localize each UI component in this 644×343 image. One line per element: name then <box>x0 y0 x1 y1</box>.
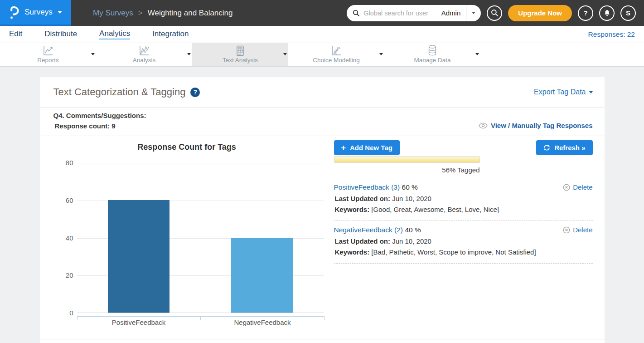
chevron-down-icon[interactable] <box>91 53 95 55</box>
product-label: Surveys <box>24 8 52 17</box>
tag-percent: 60 % <box>402 183 418 191</box>
tags-panel: + Add New Tag Refresh » 56% Tagged <box>329 136 593 331</box>
multi-line-chart-icon <box>138 45 150 56</box>
tag-updated: Last Updated on: Jun 10, 2020 <box>334 237 593 245</box>
tag-updated: Last Updated on: Jun 10, 2020 <box>334 195 593 202</box>
product-switcher[interactable]: Surveys <box>0 0 71 26</box>
tag-title: NegativeFeedback (2) 40 % <box>334 226 593 234</box>
tag-keywords-label: Keywords: <box>335 248 370 256</box>
tag-keywords: Keywords: [Good, Great, Awesome, Best, L… <box>334 206 593 213</box>
search-icon <box>491 9 499 17</box>
user-avatar[interactable]: S <box>620 5 636 21</box>
y-axis-tick-label: 0 <box>53 309 73 317</box>
refresh-label: Refresh » <box>554 144 585 152</box>
analytics-tab-bar: Reports Analysis Text Analysis <box>0 43 644 67</box>
chevron-down-icon[interactable] <box>379 53 383 55</box>
tag-updated-value: Jun 10, 2020 <box>392 237 431 245</box>
search-button[interactable] <box>487 5 502 21</box>
help-icon[interactable]: ? <box>190 88 200 97</box>
response-count: Response count: 9 <box>53 122 146 130</box>
tab-manage-data[interactable]: Manage Data <box>384 43 480 66</box>
tag-updated-value: Jun 10, 2020 <box>392 195 431 202</box>
tag-name-link[interactable]: PositiveFeedback (3) <box>334 183 400 191</box>
page-title-text: Text Categorization & Tagging <box>53 86 186 98</box>
topbar: Surveys My Surveys > Weighting and Balan… <box>0 0 644 26</box>
breadcrumb-separator: > <box>138 9 143 18</box>
view-manually-tag-link[interactable]: View / Manually Tag Responses <box>479 122 593 129</box>
tab-analysis[interactable]: Analysis <box>96 43 192 66</box>
tag-keywords-value: [Good, Great, Awesome, Best, Love, Nice] <box>371 206 499 213</box>
search-icon <box>353 10 360 17</box>
x-axis-label: PositiveFeedback <box>77 318 201 326</box>
tag-title: PositiveFeedback (3) 60 % <box>334 183 593 191</box>
y-axis-tick-label: 20 <box>53 271 73 279</box>
page-title: Text Categorization & Tagging ? <box>53 86 200 98</box>
view-manually-tag-label: View / Manually Tag Responses <box>491 122 593 129</box>
y-axis-tick-label: 60 <box>53 196 73 204</box>
survey-nav: Edit Distribute Analytics Integration Re… <box>0 26 644 43</box>
tab-text-analysis[interactable]: Text Analysis <box>192 43 288 66</box>
tags-panel-toolbar: + Add New Tag Refresh » <box>334 140 593 155</box>
help-button[interactable]: ? <box>578 5 593 21</box>
chart-plot-area <box>77 163 324 313</box>
delete-label: Delete <box>573 183 592 191</box>
delete-tag-button[interactable]: Delete <box>563 226 592 234</box>
tab-label: Choice Modelling <box>313 57 360 64</box>
question-title: Q4. Comments/Suggestions: <box>53 112 146 119</box>
breadcrumb-my-surveys[interactable]: My Surveys <box>93 9 133 18</box>
tab-reports[interactable]: Reports <box>0 43 96 66</box>
refresh-button[interactable]: Refresh » <box>536 140 592 155</box>
tag-keywords: Keywords: [Bad, Pathetic, Worst, Scope t… <box>334 248 593 256</box>
breadcrumb-current-survey: Weighting and Balancing <box>148 9 233 18</box>
export-tag-data-label: Export Tag Data <box>534 88 586 96</box>
chevron-down-icon[interactable] <box>283 53 287 55</box>
delete-label: Delete <box>573 226 592 234</box>
content-row: Response Count for Tags PositiveFeedback… <box>40 136 605 331</box>
chevron-down-icon[interactable] <box>187 53 191 55</box>
chart-title: Response Count for Tags <box>45 142 329 152</box>
tab-label: Analysis <box>133 57 155 64</box>
tagged-percent-label: 56% Tagged <box>334 166 480 174</box>
global-search-input[interactable] <box>363 10 436 17</box>
card-header: Text Categorization & Tagging ? Export T… <box>40 77 605 108</box>
bell-icon <box>603 9 611 17</box>
chevron-down-icon <box>58 11 62 14</box>
search-scope-selector[interactable]: Admin <box>436 9 466 17</box>
add-new-tag-label: Add New Tag <box>350 144 392 152</box>
nav-item-edit[interactable]: Edit <box>9 29 22 39</box>
gridline <box>77 163 324 163</box>
tag-name-link[interactable]: NegativeFeedback (2) <box>334 226 403 234</box>
tab-choice-modelling[interactable]: Choice Modelling <box>288 43 384 66</box>
notifications-button[interactable] <box>599 5 615 21</box>
add-new-tag-button[interactable]: + Add New Tag <box>334 140 400 155</box>
database-icon <box>427 45 438 56</box>
divider <box>40 339 605 339</box>
response-count-chart: Response Count for Tags PositiveFeedback… <box>45 136 329 331</box>
plus-icon: + <box>341 144 346 152</box>
x-axis-label: NegativeFeedback <box>201 318 324 326</box>
nav-item-integration[interactable]: Integration <box>152 29 189 39</box>
y-axis-tick-label: 80 <box>53 159 73 167</box>
delete-tag-button[interactable]: Delete <box>563 183 592 191</box>
export-tag-data-dropdown[interactable]: Export Tag Data <box>534 88 592 96</box>
divider <box>334 220 593 221</box>
tagged-progress-bar <box>334 156 480 163</box>
bar-NegativeFeedback[interactable] <box>231 238 293 313</box>
question-info: Q4. Comments/Suggestions: Response count… <box>53 112 146 130</box>
help-button-label: ? <box>583 9 587 17</box>
questionpro-logo <box>9 5 19 20</box>
scatter-chart-icon <box>330 45 342 56</box>
response-count-value: 9 <box>111 122 115 130</box>
chevron-down-icon[interactable] <box>475 53 479 55</box>
global-search[interactable]: Admin <box>347 5 481 21</box>
line-chart-icon <box>42 45 54 56</box>
upgrade-now-button[interactable]: Upgrade Now <box>508 5 572 21</box>
tab-label: Reports <box>37 57 58 64</box>
tag-row-positive-feedback: PositiveFeedback (3) 60 % Last Updated o… <box>334 180 593 217</box>
tag-keywords-value: [Bad, Pathetic, Worst, Scope to improve,… <box>371 248 536 256</box>
search-scope-dropdown[interactable] <box>466 5 481 21</box>
nav-item-distribute[interactable]: Distribute <box>44 29 77 39</box>
tag-updated-label: Last Updated on: <box>335 237 391 245</box>
bar-PositiveFeedback[interactable] <box>108 200 169 313</box>
nav-item-analytics[interactable]: Analytics <box>99 29 130 39</box>
